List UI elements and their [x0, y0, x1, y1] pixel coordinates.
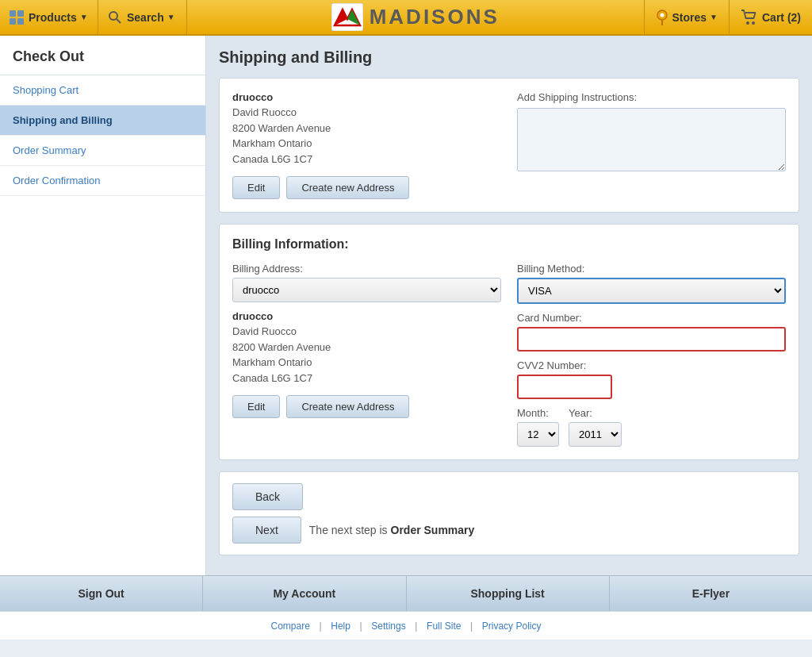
sidebar-title: Check Out	[0, 36, 205, 75]
privacy-policy-link[interactable]: Privacy Policy	[482, 620, 542, 632]
logo-text: MADISONS	[370, 5, 500, 29]
expiry-row: Month: 1234 5678 9101112 Year: 201120122…	[517, 407, 786, 447]
billing-address-name: druocco	[232, 310, 501, 322]
sidebar: Check Out Shopping Cart Shipping and Bil…	[0, 36, 206, 575]
svg-point-10	[752, 21, 755, 25]
sign-out-button[interactable]: Sign Out	[0, 576, 203, 611]
footer-links: Compare | Help | Settings | Full Site | …	[0, 611, 812, 640]
e-flyer-button[interactable]: E-Flyer	[610, 576, 812, 611]
cvv2-label: CVV2 Number:	[517, 359, 786, 371]
products-label: Products	[29, 11, 77, 24]
svg-line-1	[117, 19, 121, 23]
month-label: Month:	[517, 407, 559, 419]
shipping-address-line2: 8200 Warden Avenue	[232, 121, 501, 136]
shipping-instructions-textarea[interactable]	[517, 108, 786, 171]
card-number-label: Card Number:	[517, 312, 786, 324]
sidebar-item-order-summary[interactable]: Order Summary	[0, 136, 205, 166]
shipping-address-line1: David Ruocco	[232, 105, 501, 121]
content-area: Shipping and Billing druocco David Ruocc…	[206, 36, 812, 575]
shipping-card: druocco David Ruocco 8200 Warden Avenue …	[219, 78, 799, 213]
shipping-instructions-label: Add Shipping Instructions:	[517, 91, 786, 103]
shipping-instructions-section: Add Shipping Instructions:	[517, 91, 786, 199]
my-account-button[interactable]: My Account	[203, 576, 406, 611]
compare-link[interactable]: Compare	[271, 620, 310, 632]
year-select[interactable]: 201120122013 20142015	[569, 422, 622, 447]
search-label: Search	[127, 11, 164, 24]
year-label: Year:	[569, 407, 622, 419]
billing-address-select[interactable]: druocco	[232, 278, 501, 302]
billing-inner: Billing Address: druocco druocco David R…	[232, 263, 786, 447]
back-button[interactable]: Back	[232, 483, 303, 510]
shipping-address-buttons: Edit Create new Address	[232, 176, 501, 199]
billing-address-line4: Canada L6G 1C7	[232, 371, 501, 386]
next-step-text: The next step is Order Summary	[309, 524, 475, 536]
shipping-address-line4: Canada L6G 1C7	[232, 152, 501, 167]
cart-icon	[741, 10, 758, 25]
sidebar-item-shipping-billing[interactable]: Shipping and Billing	[0, 106, 205, 136]
shipping-address-name: druocco	[232, 91, 501, 103]
main-container: Check Out Shopping Cart Shipping and Bil…	[0, 36, 812, 575]
billing-method-select[interactable]: VISA MasterCard AMEX	[517, 278, 786, 304]
help-link[interactable]: Help	[331, 620, 350, 632]
cart-nav[interactable]: Cart (2)	[729, 0, 812, 35]
search-icon	[108, 10, 122, 25]
sidebar-item-order-confirmation[interactable]: Order Confirmation	[0, 166, 205, 196]
cvv2-input[interactable]	[517, 375, 612, 399]
billing-address-line2: 8200 Warden Avenue	[232, 340, 501, 355]
header: Products ▼ Search ▼ MADISONS Stores ▼	[0, 0, 812, 36]
shopping-list-button[interactable]: Shopping List	[407, 576, 610, 611]
billing-address-label: Billing Address:	[232, 263, 501, 275]
billing-edit-button[interactable]: Edit	[232, 395, 280, 418]
billing-left: Billing Address: druocco druocco David R…	[232, 263, 501, 447]
billing-address-line1: David Ruocco	[232, 324, 501, 340]
month-select[interactable]: 1234 5678 9101112	[517, 422, 559, 447]
shipping-edit-button[interactable]: Edit	[232, 176, 280, 199]
billing-address-buttons: Edit Create new Address	[232, 395, 501, 418]
next-row: Next The next step is Order Summary	[232, 517, 786, 544]
sidebar-item-shopping-cart[interactable]: Shopping Cart	[0, 75, 205, 106]
billing-address-line3: Markham Ontario	[232, 355, 501, 371]
header-right: Stores ▼ Cart (2)	[644, 0, 813, 35]
billing-section-title: Billing Information:	[232, 237, 786, 252]
cart-label: Cart (2)	[762, 11, 801, 24]
billing-create-address-button[interactable]: Create new Address	[286, 395, 409, 418]
billing-method-label: Billing Method:	[517, 263, 786, 275]
products-nav[interactable]: Products ▼	[0, 0, 98, 34]
search-chevron-icon: ▼	[167, 13, 175, 21]
page-title: Shipping and Billing	[219, 48, 799, 67]
settings-link[interactable]: Settings	[371, 620, 405, 632]
logo: MADISONS	[187, 3, 644, 31]
month-group: Month: 1234 5678 9101112	[517, 407, 559, 447]
svg-point-0	[109, 12, 117, 20]
products-chevron-icon: ▼	[80, 13, 88, 21]
footer-buttons: Sign Out My Account Shopping List E-Flye…	[0, 575, 812, 611]
full-site-link[interactable]: Full Site	[427, 620, 461, 632]
next-step-name: Order Summary	[391, 524, 475, 536]
card-number-input[interactable]	[517, 327, 786, 352]
stores-pin-icon	[656, 9, 668, 26]
svg-point-7	[660, 13, 664, 17]
billing-card: Billing Information: Billing Address: dr…	[219, 224, 799, 460]
stores-chevron-icon: ▼	[710, 13, 718, 21]
billing-right: Billing Method: VISA MasterCard AMEX Car…	[517, 263, 786, 447]
products-grid-icon	[10, 10, 24, 25]
logo-icon	[331, 3, 363, 31]
shipping-address-line3: Markham Ontario	[232, 136, 501, 152]
search-nav[interactable]: Search ▼	[98, 0, 187, 34]
stores-nav[interactable]: Stores ▼	[644, 0, 729, 35]
next-button[interactable]: Next	[232, 517, 301, 544]
stores-label: Stores	[672, 11, 707, 24]
shipping-create-address-button[interactable]: Create new Address	[286, 176, 409, 199]
svg-point-9	[746, 21, 749, 25]
action-row: Back Next The next step is Order Summary	[219, 471, 799, 555]
year-group: Year: 201120122013 20142015	[569, 407, 622, 447]
shipping-address-section: druocco David Ruocco 8200 Warden Avenue …	[232, 91, 501, 199]
